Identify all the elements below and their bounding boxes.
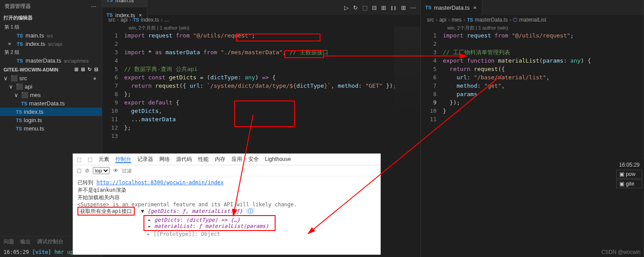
api-label: 获取所有业务api接口 xyxy=(77,207,135,216)
editor-pane-right: TSmasterData.ts× src› api› mes› TSmaster… xyxy=(421,0,644,257)
devtools-tab[interactable]: 控制台 xyxy=(115,156,131,163)
collapse-icon[interactable]: ⊟ xyxy=(94,67,98,72)
tab-bar: TSmasterData.ts× xyxy=(421,0,644,15)
open-file-row[interactable]: ×TSindex.tssrc\api xyxy=(0,40,102,48)
run-controls: ▷↻⬚⊟⊞⫿⫿⊞⋯ xyxy=(340,4,420,11)
terminal-item[interactable]: ▣ pow xyxy=(616,170,642,179)
watermark: CSDN @wocwin xyxy=(601,249,640,255)
tab-output[interactable]: 输出 xyxy=(20,238,31,246)
more-icon[interactable]: ⋯ xyxy=(91,4,97,10)
devtools-tab[interactable]: 源代码 xyxy=(176,156,192,162)
run-control-icon[interactable]: ▷ xyxy=(344,4,349,11)
tree-folder-api[interactable]: ∨⬛api xyxy=(0,82,102,91)
context-select[interactable]: top xyxy=(93,167,110,174)
devtools-tab[interactable]: 安全 xyxy=(248,156,259,162)
console-output[interactable]: 已转到 http://localhost:8300/wocwin-admin/i… xyxy=(73,176,380,240)
inspect-icon[interactable]: ⬚ xyxy=(77,156,81,163)
run-control-icon[interactable]: ↻ xyxy=(353,4,358,11)
devtools-tabs: ⬚ ⬚ 元素控制台记录器网络源代码性能内存应用安全Lighthouse xyxy=(73,154,380,165)
run-control-icon[interactable]: ⬚ xyxy=(362,4,368,11)
clear-icon[interactable]: ⊘ xyxy=(85,168,89,174)
run-control-icon[interactable]: ⫿⫿ xyxy=(390,4,397,11)
editor-tab[interactable]: TSmasterData.ts× xyxy=(421,0,482,15)
codelens[interactable]: win, 2个月前 | 1 author (win) xyxy=(102,25,420,31)
ts-icon: TS xyxy=(17,41,23,47)
group-2-label: 第 2 组 xyxy=(0,48,102,56)
group-1-label: 第 1 组 xyxy=(0,23,102,31)
tab-problems[interactable]: 问题 xyxy=(4,238,14,246)
tree-file-login[interactable]: TSlogin.ts xyxy=(0,116,102,124)
code-editor[interactable]: 1import request from "@/utils/request";2… xyxy=(421,31,644,123)
ts-icon: TS xyxy=(17,33,23,38)
run-control-icon[interactable]: ⊟ xyxy=(372,4,377,11)
filter-input[interactable] xyxy=(122,168,148,173)
devtools-tab[interactable]: Lighthouse xyxy=(265,156,291,162)
tab-debug-console[interactable]: 调试控制台 xyxy=(37,238,63,246)
open-file-row[interactable]: TSmain.tssrc xyxy=(0,31,102,40)
open-file-row[interactable]: TSmasterData.tssrc\api\mes xyxy=(0,56,102,65)
breadcrumb[interactable]: src› api› mes› TSmasterData.ts› ⬡materia… xyxy=(421,15,644,25)
devtools-panel: ⬚ ⬚ 元素控制台记录器网络源代码性能内存应用安全Lighthouse ▢ ⊘ … xyxy=(73,153,381,255)
tab-bar: TSmain.tsTSindex.ts× ▷↻⬚⊟⊞⫿⫿⊞⋯ xyxy=(102,0,420,15)
file-tree: ∨⬛src● ∨⬛api ∨⬛mes TSmasterData.ts TSind… xyxy=(0,74,102,133)
project-name: GITEE-WOCWIN-ADMIN xyxy=(4,67,59,72)
devtools-tab[interactable]: 网络 xyxy=(159,156,170,162)
right-terminal-list: 16:05:29 ▣ pow ▣ gite xyxy=(615,159,644,191)
devtools-tab[interactable]: 应用 xyxy=(232,156,242,162)
eye-icon[interactable]: 👁 xyxy=(113,168,118,174)
editor-tab[interactable]: TSmain.ts xyxy=(102,0,147,7)
close-icon[interactable]: × xyxy=(8,41,14,47)
console-toolbar: ▢ ⊘ top 👁 xyxy=(73,165,380,176)
close-icon[interactable]: × xyxy=(472,4,478,11)
devtools-tab[interactable]: 记录器 xyxy=(137,156,153,162)
device-icon[interactable]: ⬚ xyxy=(88,156,92,163)
breadcrumb[interactable]: src› api› TSindex.ts› ... xyxy=(102,15,420,25)
ts-icon: TS xyxy=(107,0,113,3)
devtools-tab[interactable]: 性能 xyxy=(198,156,209,162)
run-control-icon[interactable]: ⊞ xyxy=(401,4,406,11)
sidebar-toggle-icon[interactable]: ▢ xyxy=(77,168,81,174)
run-control-icon[interactable]: ⊞ xyxy=(381,4,386,11)
tree-file-menu[interactable]: TSmenu.ts xyxy=(0,124,102,133)
open-editors-label[interactable]: 打开的编辑器 xyxy=(0,13,102,23)
tree-folder-mes[interactable]: ∨⬛mes xyxy=(0,91,102,99)
ts-icon: TS xyxy=(425,5,431,10)
info-icon[interactable]: ⓘ xyxy=(246,208,255,214)
devtools-tab[interactable]: 元素 xyxy=(99,156,109,162)
minimap[interactable] xyxy=(394,26,420,115)
refresh-icon[interactable]: ↻ xyxy=(88,67,92,72)
tree-file-index[interactable]: TSindex.ts xyxy=(0,108,102,116)
project-header[interactable]: GITEE-WOCWIN-ADMIN ⊞ ⊞ ↻ ⊟ xyxy=(0,65,102,74)
nav-link[interactable]: http://localhost:8300/wocwin-admin/index xyxy=(96,179,224,186)
codelens[interactable]: win, 2个月前 | 1 author (win) xyxy=(421,25,644,31)
code-editor[interactable]: 1import request from "@/utils/request";2… xyxy=(102,31,420,140)
explorer-title: 资源管理器 xyxy=(4,3,31,10)
run-control-icon[interactable]: ⋯ xyxy=(410,4,416,11)
devtools-tab[interactable]: 内存 xyxy=(215,156,225,162)
new-file-icon[interactable]: ⊞ xyxy=(74,67,78,72)
tree-folder-src[interactable]: ∨⬛src● xyxy=(0,74,102,82)
ts-icon: TS xyxy=(17,58,23,63)
terminal-item[interactable]: ▣ gite xyxy=(616,179,642,188)
tree-file-masterdata[interactable]: TSmasterData.ts xyxy=(0,99,102,108)
new-folder-icon[interactable]: ⊞ xyxy=(81,67,85,72)
